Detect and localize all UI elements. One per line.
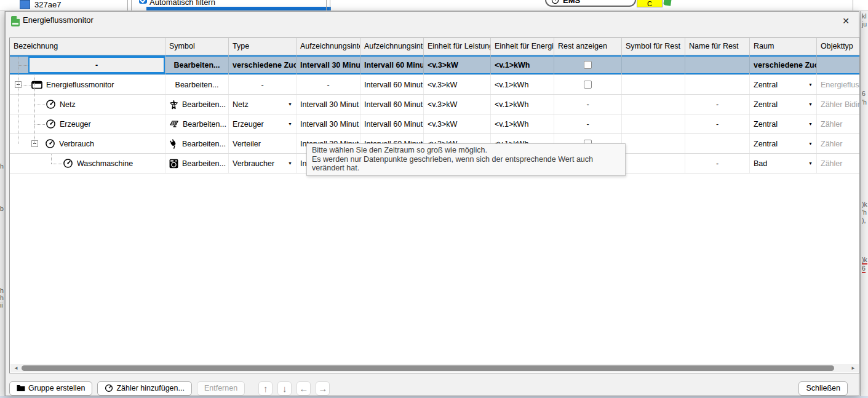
transmission-tower-icon xyxy=(169,99,178,109)
unit-power-cell[interactable]: <v.3>kW xyxy=(424,55,491,74)
raum-dropdown[interactable]: Zentral▼ xyxy=(750,95,817,114)
symbol-rest-cell[interactable] xyxy=(622,114,685,133)
arrow-left-icon: ← xyxy=(299,383,308,394)
symbol-edit-button[interactable]: Bearbeiten... xyxy=(165,154,229,173)
name-edit-value: - xyxy=(95,61,98,70)
interval-energy-dropdown[interactable]: Intervall 60 Minut▼ xyxy=(360,75,424,94)
gauge-icon xyxy=(46,99,56,109)
divider xyxy=(127,0,128,11)
symbol-edit-button[interactable]: Bearbeiten... xyxy=(165,134,229,153)
raum-dropdown[interactable]: Zentral▼ xyxy=(750,114,817,133)
gauge-icon xyxy=(46,119,56,129)
add-meter-button[interactable]: Zähler hinzufügen... xyxy=(97,381,192,396)
arrow-up-icon: ↑ xyxy=(263,383,268,394)
symbol-rest-cell[interactable] xyxy=(622,154,685,173)
name-rest-cell[interactable]: - xyxy=(685,95,750,114)
raum-dropdown[interactable]: Bad▼ xyxy=(750,154,817,173)
objekttyp-cell: Zähler xyxy=(817,114,859,133)
horizontal-scrollbar[interactable]: ◄ ► xyxy=(10,364,859,372)
symbol-edit-button[interactable]: Bearbeiten... xyxy=(165,95,229,114)
scrollbar-thumb[interactable] xyxy=(22,365,834,371)
gauge-icon xyxy=(105,384,113,392)
close-button[interactable]: Schließen xyxy=(798,381,848,396)
move-left-button[interactable]: ← xyxy=(297,381,311,396)
chevron-down-icon: ▼ xyxy=(286,122,292,126)
table-row-new-entry[interactable]: - Bearbeiten... verschiedene Zuo▼ Interv… xyxy=(10,55,859,75)
symbol-edit-button[interactable]: Bearbeiten... xyxy=(165,55,229,74)
scroll-left-icon[interactable]: ◄ xyxy=(12,365,20,371)
dialog-footer: Gruppe erstellen Zähler hinzufügen... En… xyxy=(9,380,855,396)
interval-energy-dropdown[interactable]: Intervall 60 Minut▼ xyxy=(360,95,424,114)
type-cell[interactable]: Verteiler xyxy=(229,134,297,153)
type-dropdown[interactable]: verschiedene Zuo▼ xyxy=(229,55,297,74)
scroll-right-icon[interactable]: ► xyxy=(850,365,857,371)
unit-energy-cell[interactable]: <v.1>kWh xyxy=(491,75,554,94)
unit-energy-cell[interactable]: <v.1>kWh xyxy=(491,95,554,114)
table-row-energieflussmonitor[interactable]: Energieflussmonitor Bearbeiten... - - In… xyxy=(10,75,859,95)
col-header: Type xyxy=(229,38,297,55)
objekttyp-cell: Zähler xyxy=(817,134,859,153)
create-group-button[interactable]: Gruppe erstellen xyxy=(9,381,92,396)
unit-power-cell[interactable]: <v.3>kW xyxy=(424,95,491,114)
symbol-edit-button[interactable]: Bearbeiten... xyxy=(165,75,229,94)
collapse-expander-icon[interactable] xyxy=(15,81,22,88)
symbol-rest-cell[interactable] xyxy=(622,55,685,74)
rest-cell[interactable]: - xyxy=(554,114,622,133)
text-fragment: ju xyxy=(862,20,867,28)
objekttyp-cell: Zähler Bidire xyxy=(817,95,859,114)
col-header: Raum xyxy=(750,38,817,55)
type-cell[interactable]: - xyxy=(229,75,297,94)
raum-dropdown[interactable]: Zentral▼ xyxy=(750,134,817,153)
interval-power-dropdown[interactable]: Intervall 30 Minut▼ xyxy=(297,55,360,74)
interval-energy-dropdown[interactable]: Intervall 60 Minut▼ xyxy=(360,55,424,74)
move-right-button[interactable]: → xyxy=(316,381,330,396)
chevron-down-icon: ▼ xyxy=(806,102,813,106)
row-label: Waschmaschine xyxy=(77,159,133,168)
raum-dropdown[interactable]: verschiedene Zuo▼ xyxy=(750,55,817,74)
table-row-erzeuger[interactable]: Erzeuger Bearbeiten... Erzeuger▼ Interva… xyxy=(10,114,859,134)
raum-dropdown[interactable]: Zentral▼ xyxy=(750,75,817,94)
unit-power-cell[interactable]: <v.3>kW xyxy=(424,114,491,133)
name-rest-cell[interactable] xyxy=(685,55,750,74)
move-down-button[interactable]: ↓ xyxy=(277,381,292,396)
name-rest-cell[interactable]: - xyxy=(685,154,750,173)
rest-cell[interactable]: - xyxy=(554,95,622,114)
color-swatch[interactable] xyxy=(20,0,30,9)
symbol-edit-button[interactable]: Bearbeiten... xyxy=(165,114,229,133)
name-rest-cell[interactable] xyxy=(685,134,750,153)
remove-button[interactable]: Entfernen xyxy=(197,381,245,396)
progress-bar xyxy=(146,7,331,10)
type-dropdown[interactable]: Netz▼ xyxy=(229,95,297,114)
rest-checkbox[interactable] xyxy=(584,81,592,89)
close-icon[interactable]: ✕ xyxy=(839,14,853,28)
col-header: Einheit für Leistung xyxy=(424,38,491,55)
type-dropdown[interactable]: Erzeuger▼ xyxy=(229,114,297,133)
rest-checkbox[interactable] xyxy=(584,61,592,69)
interval-energy-dropdown[interactable]: Intervall 60 Minut▼ xyxy=(360,114,424,133)
auto-filter-label: Automatisch filtern xyxy=(149,0,215,7)
background-left-strip: h b h h ii xyxy=(0,11,5,398)
name-rest-cell[interactable]: - xyxy=(685,114,750,133)
move-up-button[interactable]: ↑ xyxy=(258,381,273,396)
interval-power-cell[interactable]: - xyxy=(297,75,360,94)
tooltip-line: Es werden nur Datenpunkte geschrieben, w… xyxy=(312,155,620,173)
name-edit-field[interactable]: - xyxy=(28,57,165,73)
col-header: Bezeichnung xyxy=(10,38,165,55)
symbol-rest-cell[interactable] xyxy=(622,95,685,114)
symbol-rest-cell[interactable] xyxy=(622,134,685,153)
unit-energy-cell[interactable]: <v.1>kWh xyxy=(491,114,554,133)
unit-power-cell[interactable]: <v.3>kW xyxy=(424,75,491,94)
text-fragment: h xyxy=(0,162,4,170)
ems-widget[interactable]: EMS xyxy=(545,0,636,7)
ems-label: EMS xyxy=(563,0,580,5)
table-row-netz[interactable]: Netz Bearbeiten... Netz▼ Intervall 30 Mi… xyxy=(10,95,859,114)
name-rest-cell[interactable] xyxy=(685,75,750,94)
collapse-expander-icon[interactable] xyxy=(31,140,38,147)
symbol-rest-cell[interactable] xyxy=(622,75,685,94)
interval-power-dropdown[interactable]: Intervall 30 Minut▼ xyxy=(297,95,360,114)
auto-filter-checkbox[interactable] xyxy=(139,0,147,4)
unit-energy-cell[interactable]: <v.1>kWh xyxy=(491,55,554,74)
type-dropdown[interactable]: Verbraucher▼ xyxy=(229,154,297,173)
interval-power-dropdown[interactable]: Intervall 30 Minut▼ xyxy=(297,114,360,133)
plug-icon xyxy=(167,137,180,150)
